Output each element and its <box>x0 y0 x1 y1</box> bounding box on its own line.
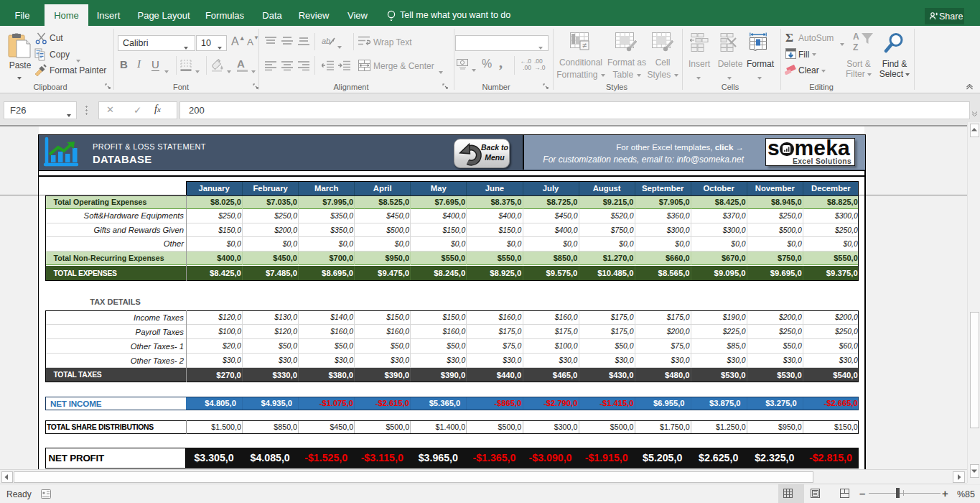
svg-text:Z: Z <box>853 42 858 52</box>
svg-text:A: A <box>853 32 859 42</box>
svg-text:ab: ab <box>322 37 330 45</box>
svg-text:≠: ≠ <box>582 41 587 50</box>
